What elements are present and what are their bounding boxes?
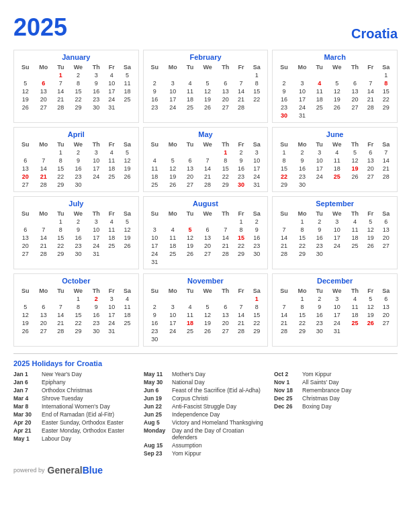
calendar-table: SuMoTuWeThFrSa12345678910111213141516171… [275, 63, 394, 120]
day-header: Tu [183, 63, 198, 71]
calendar-day: 22 [248, 319, 265, 327]
calendar-day: 7 [275, 226, 292, 234]
day-header: Fr [234, 63, 248, 71]
calendar-day [104, 250, 119, 258]
calendar-day: 15 [248, 311, 265, 319]
calendar-day [34, 295, 53, 303]
holiday-item: Jun 22Anti-Fascist Struggle Day [144, 403, 267, 410]
calendar-day: 15 [293, 234, 312, 242]
calendar-day: 27 [34, 103, 53, 112]
calendar-day [347, 327, 363, 335]
calendar-day: 17 [293, 95, 312, 103]
holiday-name: Victory and Homeland Thanksgiving [172, 419, 263, 426]
calendar-day [88, 181, 104, 189]
calendar-day: 5 [119, 218, 135, 226]
calendar-day [248, 103, 265, 112]
calendar-day [163, 218, 183, 226]
calendar-day: 12 [363, 226, 378, 234]
month-name: February [146, 53, 265, 61]
calendar-day: 2 [234, 148, 248, 157]
calendar-day: 16 [88, 311, 104, 319]
month-name: July [17, 200, 136, 208]
holiday-item: Jun 19Corpus Christi [144, 395, 267, 402]
calendar-day: 13 [17, 165, 34, 173]
calendar-day: 25 [104, 242, 119, 250]
holiday-name: Epiphany [42, 379, 65, 386]
calendar-day: 8 [68, 303, 88, 311]
calendar-day: 14 [34, 165, 53, 173]
holiday-name: Independence Day [172, 411, 220, 418]
day-header: Su [17, 287, 34, 295]
calendar-day: 20 [218, 319, 234, 327]
month-name: January [17, 53, 136, 61]
calendar-day: 7 [34, 226, 53, 234]
calendar-day: 21 [378, 165, 394, 173]
day-header: Sa [248, 287, 265, 295]
calendar-day: 27 [378, 242, 394, 250]
calendar-day: 11 [183, 87, 198, 95]
calendar-day: 1 [68, 295, 88, 303]
calendar-day: 5 [347, 148, 363, 157]
calendar-day: 8 [234, 226, 248, 234]
day-header: Tu [53, 63, 68, 71]
calendar-day: 30 [312, 327, 327, 335]
calendar-day: 28 [363, 103, 378, 112]
calendar-day: 11 [347, 303, 363, 311]
calendar-day: 11 [104, 157, 119, 165]
day-header: Fr [104, 210, 119, 218]
day-header: We [327, 287, 347, 295]
calendar-day: 13 [363, 157, 378, 165]
day-header: We [197, 210, 217, 218]
calendar-day: 7 [34, 157, 53, 165]
calendar-day: 23 [88, 319, 104, 327]
calendar-day: 22 [218, 173, 234, 181]
calendar-day [146, 218, 163, 226]
calendar-day: 24 [248, 173, 265, 181]
calendar-day: 28 [53, 327, 68, 335]
calendar-day: 5 [163, 157, 183, 165]
day-header: Mo [293, 287, 312, 295]
day-header: Sa [119, 287, 135, 295]
calendar-table: SuMoTuWeThFrSa12345678910111213141516171… [146, 210, 265, 266]
month-block-february: FebruarySuMoTuWeThFrSa123456789101112131… [143, 50, 269, 123]
calendar-day: 25 [104, 173, 119, 181]
day-header: Mo [34, 140, 53, 148]
day-header: Su [275, 287, 292, 295]
calendar-day [34, 148, 53, 157]
calendar-day: 8 [275, 157, 292, 165]
calendar-day: 25 [163, 250, 183, 258]
calendar-day: 3 [146, 226, 163, 234]
holiday-item: Jun 6Feast of the Sacrifice (Eid al-Adha… [144, 387, 267, 394]
holiday-name: End of Ramadan (Eid al-Fitr) [42, 411, 114, 418]
header: 2025 Croatia [13, 13, 398, 42]
calendar-day: 15 [378, 87, 394, 95]
day-header: We [68, 287, 88, 295]
calendar-day: 20 [363, 165, 378, 173]
calendar-day: 8 [53, 226, 68, 234]
holiday-name: Yom Kippur [302, 371, 332, 378]
calendar-day: 23 [312, 242, 327, 250]
day-header: Su [275, 63, 292, 71]
day-header: Tu [312, 140, 327, 148]
calendar-day: 17 [312, 165, 327, 173]
calendar-day: 6 [17, 226, 34, 234]
calendar-day: 5 [197, 79, 217, 87]
holiday-column-3: Oct 2Yom KippurNov 1All Saints' DayNov 1… [274, 371, 398, 458]
calendar-day: 22 [293, 242, 312, 250]
calendar-day: 29 [53, 181, 68, 189]
calendar-day: 17 [248, 165, 265, 173]
calendar-day: 13 [347, 87, 363, 95]
holiday-name: Anti-Fascist Struggle Day [172, 403, 236, 410]
calendar-day: 16 [234, 165, 248, 173]
calendar-day [17, 295, 34, 303]
calendar-day: 16 [68, 234, 88, 242]
calendar-day: 19 [183, 242, 198, 250]
holiday-date: Sep 23 [144, 450, 169, 457]
calendar-day: 28 [234, 103, 248, 112]
day-header: Fr [104, 63, 119, 71]
holiday-name: Day and the Day of Croatian defenders [172, 427, 267, 441]
calendar-day: 9 [88, 79, 104, 87]
calendar-day: 8 [53, 157, 68, 165]
holiday-date: Mar 30 [13, 411, 39, 418]
calendar-day: 2 [68, 218, 88, 226]
